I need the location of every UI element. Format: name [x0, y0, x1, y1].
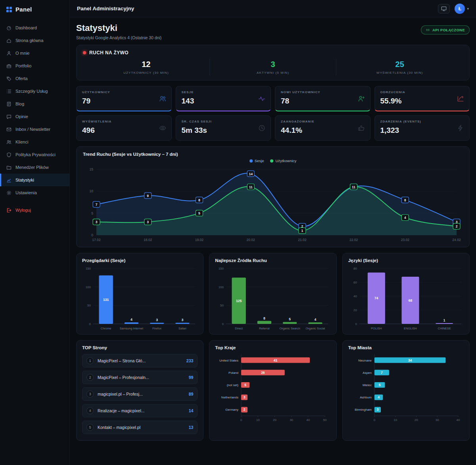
svg-text:3: 3 [96, 220, 98, 224]
svg-text:74: 74 [374, 296, 378, 300]
sidebar-item-label: Dashboard [15, 25, 37, 30]
svg-text:Nieznane: Nieznane [358, 359, 372, 362]
sidebar-item-polityka-prywatno-ci[interactable]: Polityka Prywatności [0, 148, 69, 161]
app-logo[interactable]: Panel [0, 0, 69, 21]
svg-text:Chrome: Chrome [101, 327, 111, 330]
stat-card-nowi-u-ytkownicy: NOWI UŻYTKOWNICY78 [275, 86, 370, 111]
stat-card-label: ZAANGAŻOWANIE [281, 120, 365, 123]
svg-text:20: 20 [353, 308, 357, 312]
svg-text:1: 1 [301, 229, 303, 233]
svg-text:3: 3 [147, 220, 149, 224]
page-name: MagicPixel – Profesjonaln... [98, 375, 185, 380]
stat-card-value: 79 [82, 97, 166, 105]
svg-text:POLISH: POLISH [371, 327, 382, 330]
top-page-row[interactable]: 1MagicPixel – Strona Głó...233 [82, 354, 198, 367]
svg-text:30: 30 [435, 418, 439, 422]
live-stat-value: 3 [210, 60, 336, 69]
bottom-row: TOP Strony 1MagicPixel – Strona Głó...23… [76, 340, 470, 441]
sidebar-item-klienci[interactable]: Klienci [0, 136, 69, 148]
svg-text:10: 10 [256, 418, 260, 422]
live-stats: 12UŻYTKOWNICY (30 MIN)3AKTYWNI (5 MIN)25… [83, 59, 463, 75]
sidebar-item-dashboard[interactable]: Dashboard [0, 21, 69, 34]
sidebar-item-mened-er-plik-w[interactable]: Menedżer Plików [0, 161, 69, 174]
list-icon [6, 89, 12, 94]
stat-card-label: ZDARZENIA (EVENTS) [380, 120, 464, 123]
svg-text:Germany: Germany [225, 408, 238, 411]
svg-text:40: 40 [307, 418, 310, 422]
svg-text:1: 1 [443, 318, 445, 322]
users-icon [159, 95, 166, 102]
live-stat-value: 12 [83, 60, 209, 69]
svg-text:10: 10 [393, 418, 397, 422]
page-views: 233 [186, 358, 194, 363]
bounce-icon [457, 95, 464, 102]
sidebar-item-blog[interactable]: Blog [0, 98, 69, 110]
sidebar-item-inbox-newsletter[interactable]: Inbox / Newsletter [0, 123, 69, 136]
sidebar-item-label: Oferta [15, 76, 28, 81]
svg-text:5: 5 [289, 317, 291, 321]
legend-u-ytkownicy[interactable]: Użytkownicy [270, 159, 296, 163]
svg-text:15: 15 [90, 167, 94, 171]
sidebar-item-statystyki[interactable]: Statystyki [0, 174, 69, 186]
main-area: Panel Administracyjny Ł ▾ Statystyki Sta… [70, 0, 476, 465]
svg-text:125: 125 [236, 299, 242, 303]
cities-chart-card: Top Miasta 01020304034Nieznane7Aspen5Mie… [342, 340, 470, 441]
top-page-row[interactable]: 4Realizacje – magicpixel...14 [82, 404, 198, 417]
api-badge-label: API POŁĄCZONE [432, 28, 465, 32]
svg-text:8: 8 [198, 198, 200, 202]
sidebar-item-portfolio[interactable]: Portfolio [0, 59, 69, 72]
app-root: Panel DashboardStrona głównaO mniePortfo… [0, 0, 476, 465]
trend-chart-card: Trend Ruchu (Sesje vs Użytkownicy – 7 dn… [76, 146, 470, 247]
top-page-row[interactable]: 3magicpixel.pl – Profesj...89 [82, 387, 198, 401]
svg-text:3: 3 [244, 395, 246, 399]
top-page-row[interactable]: 5Kontakt – magicpixel.pl13 [82, 421, 198, 434]
legend-sesje[interactable]: Sesje [250, 159, 264, 163]
svg-text:150: 150 [86, 267, 91, 270]
page-views: 99 [189, 375, 194, 380]
sidebar-item-oferta[interactable]: Oferta [0, 72, 69, 85]
sidebar-item-opinie[interactable]: Opinie [0, 110, 69, 123]
svg-text:41: 41 [274, 358, 278, 362]
svg-text:4: 4 [315, 318, 317, 321]
sidebar-item-label: Klienci [15, 140, 28, 144]
view-site-button[interactable] [438, 4, 450, 13]
svg-text:2: 2 [244, 408, 246, 411]
svg-text:40: 40 [456, 418, 460, 422]
sidebar-item-ustawienia[interactable]: Ustawienia [0, 186, 69, 199]
stats-icon [6, 178, 12, 183]
svg-text:20: 20 [273, 418, 276, 422]
sidebar-item-szczeg-y-us-ug[interactable]: Szczegóły Usług [0, 85, 69, 98]
svg-text:5: 5 [198, 211, 200, 215]
countries-chart-title: Top Kraje [215, 345, 330, 350]
topbar: Panel Administracyjny Ł ▾ [70, 0, 476, 17]
monitor-icon [441, 6, 447, 11]
page-name: Kontakt – magicpixel.pl [98, 425, 185, 430]
thumb-up-icon [358, 124, 365, 132]
stat-card-value: 143 [182, 97, 265, 105]
briefcase-icon [6, 63, 12, 69]
svg-text:Mielec: Mielec [363, 383, 372, 387]
sidebar-item-strona-g-wna[interactable]: Strona główna [0, 34, 69, 47]
svg-text:22.02: 22.02 [349, 238, 358, 242]
languages-chart-title: Języki (Sesje) [348, 258, 464, 263]
sidebar-item-o-mnie[interactable]: O mnie [0, 47, 69, 59]
svg-text:Birmingham: Birmingham [355, 408, 372, 411]
svg-text:24.02: 24.02 [452, 238, 461, 242]
svg-text:18.02: 18.02 [144, 238, 152, 242]
live-dot-icon [83, 51, 86, 54]
top-page-row[interactable]: 2MagicPixel – Profesjonaln...99 [82, 371, 198, 384]
svg-text:23.02: 23.02 [401, 238, 410, 242]
svg-text:14: 14 [249, 172, 253, 176]
svg-text:Referral: Referral [259, 327, 270, 330]
live-stat-value: 25 [336, 60, 463, 69]
svg-text:0: 0 [355, 322, 357, 326]
svg-text:Poland: Poland [228, 371, 238, 375]
svg-text:11: 11 [352, 185, 355, 189]
top-pages-card: TOP Strony 1MagicPixel – Strona Głó...23… [76, 340, 203, 441]
sidebar-item-logout[interactable]: Wyloguj [0, 204, 69, 216]
countries-chart: 0102030405041United States26Poland5(not … [215, 352, 330, 422]
user-menu[interactable]: Ł ▾ [455, 4, 469, 14]
svg-text:10: 10 [90, 189, 94, 193]
svg-text:(not set): (not set) [227, 383, 239, 387]
svg-text:50: 50 [220, 304, 224, 307]
